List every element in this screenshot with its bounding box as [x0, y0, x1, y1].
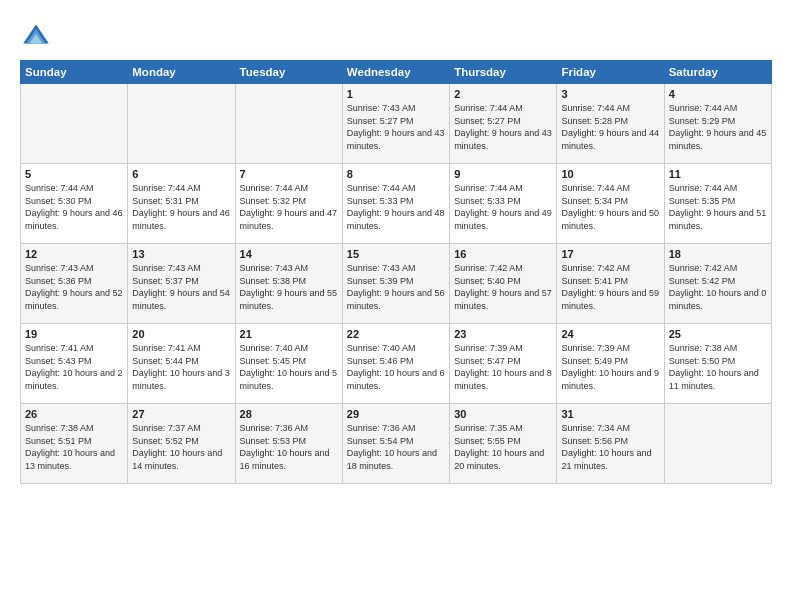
day-info: Sunrise: 7:38 AM Sunset: 5:50 PM Dayligh…	[669, 342, 767, 392]
day-info: Sunrise: 7:34 AM Sunset: 5:56 PM Dayligh…	[561, 422, 659, 472]
day-cell: 19Sunrise: 7:41 AM Sunset: 5:43 PM Dayli…	[21, 324, 128, 404]
day-info: Sunrise: 7:38 AM Sunset: 5:51 PM Dayligh…	[25, 422, 123, 472]
week-row-5: 26Sunrise: 7:38 AM Sunset: 5:51 PM Dayli…	[21, 404, 772, 484]
day-number: 30	[454, 408, 552, 420]
day-cell: 21Sunrise: 7:40 AM Sunset: 5:45 PM Dayli…	[235, 324, 342, 404]
week-row-3: 12Sunrise: 7:43 AM Sunset: 5:36 PM Dayli…	[21, 244, 772, 324]
day-cell: 5Sunrise: 7:44 AM Sunset: 5:30 PM Daylig…	[21, 164, 128, 244]
day-number: 14	[240, 248, 338, 260]
day-info: Sunrise: 7:43 AM Sunset: 5:38 PM Dayligh…	[240, 262, 338, 312]
day-info: Sunrise: 7:37 AM Sunset: 5:52 PM Dayligh…	[132, 422, 230, 472]
day-info: Sunrise: 7:44 AM Sunset: 5:27 PM Dayligh…	[454, 102, 552, 152]
day-info: Sunrise: 7:42 AM Sunset: 5:41 PM Dayligh…	[561, 262, 659, 312]
day-cell	[664, 404, 771, 484]
day-cell: 2Sunrise: 7:44 AM Sunset: 5:27 PM Daylig…	[450, 84, 557, 164]
day-cell: 20Sunrise: 7:41 AM Sunset: 5:44 PM Dayli…	[128, 324, 235, 404]
day-info: Sunrise: 7:40 AM Sunset: 5:45 PM Dayligh…	[240, 342, 338, 392]
day-number: 1	[347, 88, 445, 100]
day-info: Sunrise: 7:42 AM Sunset: 5:42 PM Dayligh…	[669, 262, 767, 312]
day-info: Sunrise: 7:43 AM Sunset: 5:27 PM Dayligh…	[347, 102, 445, 152]
weekday-header-saturday: Saturday	[664, 61, 771, 84]
day-number: 19	[25, 328, 123, 340]
day-info: Sunrise: 7:44 AM Sunset: 5:30 PM Dayligh…	[25, 182, 123, 232]
day-number: 9	[454, 168, 552, 180]
day-cell: 16Sunrise: 7:42 AM Sunset: 5:40 PM Dayli…	[450, 244, 557, 324]
weekday-header-sunday: Sunday	[21, 61, 128, 84]
day-cell: 25Sunrise: 7:38 AM Sunset: 5:50 PM Dayli…	[664, 324, 771, 404]
calendar-table: SundayMondayTuesdayWednesdayThursdayFrid…	[20, 60, 772, 484]
day-number: 21	[240, 328, 338, 340]
weekday-header-thursday: Thursday	[450, 61, 557, 84]
day-number: 23	[454, 328, 552, 340]
day-number: 18	[669, 248, 767, 260]
day-number: 10	[561, 168, 659, 180]
weekday-header-wednesday: Wednesday	[342, 61, 449, 84]
day-number: 29	[347, 408, 445, 420]
day-cell: 17Sunrise: 7:42 AM Sunset: 5:41 PM Dayli…	[557, 244, 664, 324]
day-number: 8	[347, 168, 445, 180]
day-number: 13	[132, 248, 230, 260]
day-number: 6	[132, 168, 230, 180]
day-cell: 27Sunrise: 7:37 AM Sunset: 5:52 PM Dayli…	[128, 404, 235, 484]
day-cell: 3Sunrise: 7:44 AM Sunset: 5:28 PM Daylig…	[557, 84, 664, 164]
day-cell: 4Sunrise: 7:44 AM Sunset: 5:29 PM Daylig…	[664, 84, 771, 164]
day-info: Sunrise: 7:43 AM Sunset: 5:36 PM Dayligh…	[25, 262, 123, 312]
day-number: 28	[240, 408, 338, 420]
day-cell: 24Sunrise: 7:39 AM Sunset: 5:49 PM Dayli…	[557, 324, 664, 404]
weekday-header-tuesday: Tuesday	[235, 61, 342, 84]
day-info: Sunrise: 7:41 AM Sunset: 5:43 PM Dayligh…	[25, 342, 123, 392]
header	[20, 18, 772, 50]
day-number: 15	[347, 248, 445, 260]
week-row-2: 5Sunrise: 7:44 AM Sunset: 5:30 PM Daylig…	[21, 164, 772, 244]
day-cell: 13Sunrise: 7:43 AM Sunset: 5:37 PM Dayli…	[128, 244, 235, 324]
day-info: Sunrise: 7:36 AM Sunset: 5:54 PM Dayligh…	[347, 422, 445, 472]
day-number: 3	[561, 88, 659, 100]
day-info: Sunrise: 7:44 AM Sunset: 5:31 PM Dayligh…	[132, 182, 230, 232]
day-cell: 1Sunrise: 7:43 AM Sunset: 5:27 PM Daylig…	[342, 84, 449, 164]
day-cell: 31Sunrise: 7:34 AM Sunset: 5:56 PM Dayli…	[557, 404, 664, 484]
day-number: 31	[561, 408, 659, 420]
day-number: 12	[25, 248, 123, 260]
day-number: 17	[561, 248, 659, 260]
day-number: 2	[454, 88, 552, 100]
day-cell: 23Sunrise: 7:39 AM Sunset: 5:47 PM Dayli…	[450, 324, 557, 404]
day-number: 11	[669, 168, 767, 180]
day-cell	[128, 84, 235, 164]
day-cell: 8Sunrise: 7:44 AM Sunset: 5:33 PM Daylig…	[342, 164, 449, 244]
day-info: Sunrise: 7:44 AM Sunset: 5:35 PM Dayligh…	[669, 182, 767, 232]
day-number: 4	[669, 88, 767, 100]
day-cell: 30Sunrise: 7:35 AM Sunset: 5:55 PM Dayli…	[450, 404, 557, 484]
day-number: 20	[132, 328, 230, 340]
day-cell: 15Sunrise: 7:43 AM Sunset: 5:39 PM Dayli…	[342, 244, 449, 324]
day-cell: 14Sunrise: 7:43 AM Sunset: 5:38 PM Dayli…	[235, 244, 342, 324]
day-number: 16	[454, 248, 552, 260]
day-cell: 6Sunrise: 7:44 AM Sunset: 5:31 PM Daylig…	[128, 164, 235, 244]
logo	[20, 18, 56, 50]
day-info: Sunrise: 7:39 AM Sunset: 5:47 PM Dayligh…	[454, 342, 552, 392]
day-number: 27	[132, 408, 230, 420]
weekday-header-friday: Friday	[557, 61, 664, 84]
weekday-header-row: SundayMondayTuesdayWednesdayThursdayFrid…	[21, 61, 772, 84]
day-cell: 29Sunrise: 7:36 AM Sunset: 5:54 PM Dayli…	[342, 404, 449, 484]
day-cell	[235, 84, 342, 164]
day-number: 26	[25, 408, 123, 420]
day-info: Sunrise: 7:40 AM Sunset: 5:46 PM Dayligh…	[347, 342, 445, 392]
calendar-page: SundayMondayTuesdayWednesdayThursdayFrid…	[0, 0, 792, 502]
logo-icon	[20, 18, 52, 50]
day-cell: 26Sunrise: 7:38 AM Sunset: 5:51 PM Dayli…	[21, 404, 128, 484]
day-number: 24	[561, 328, 659, 340]
day-number: 5	[25, 168, 123, 180]
day-cell: 28Sunrise: 7:36 AM Sunset: 5:53 PM Dayli…	[235, 404, 342, 484]
day-info: Sunrise: 7:41 AM Sunset: 5:44 PM Dayligh…	[132, 342, 230, 392]
day-cell: 18Sunrise: 7:42 AM Sunset: 5:42 PM Dayli…	[664, 244, 771, 324]
day-number: 7	[240, 168, 338, 180]
day-cell: 7Sunrise: 7:44 AM Sunset: 5:32 PM Daylig…	[235, 164, 342, 244]
day-info: Sunrise: 7:44 AM Sunset: 5:34 PM Dayligh…	[561, 182, 659, 232]
week-row-4: 19Sunrise: 7:41 AM Sunset: 5:43 PM Dayli…	[21, 324, 772, 404]
weekday-header-monday: Monday	[128, 61, 235, 84]
day-cell: 9Sunrise: 7:44 AM Sunset: 5:33 PM Daylig…	[450, 164, 557, 244]
week-row-1: 1Sunrise: 7:43 AM Sunset: 5:27 PM Daylig…	[21, 84, 772, 164]
day-info: Sunrise: 7:43 AM Sunset: 5:39 PM Dayligh…	[347, 262, 445, 312]
day-info: Sunrise: 7:43 AM Sunset: 5:37 PM Dayligh…	[132, 262, 230, 312]
day-cell: 10Sunrise: 7:44 AM Sunset: 5:34 PM Dayli…	[557, 164, 664, 244]
